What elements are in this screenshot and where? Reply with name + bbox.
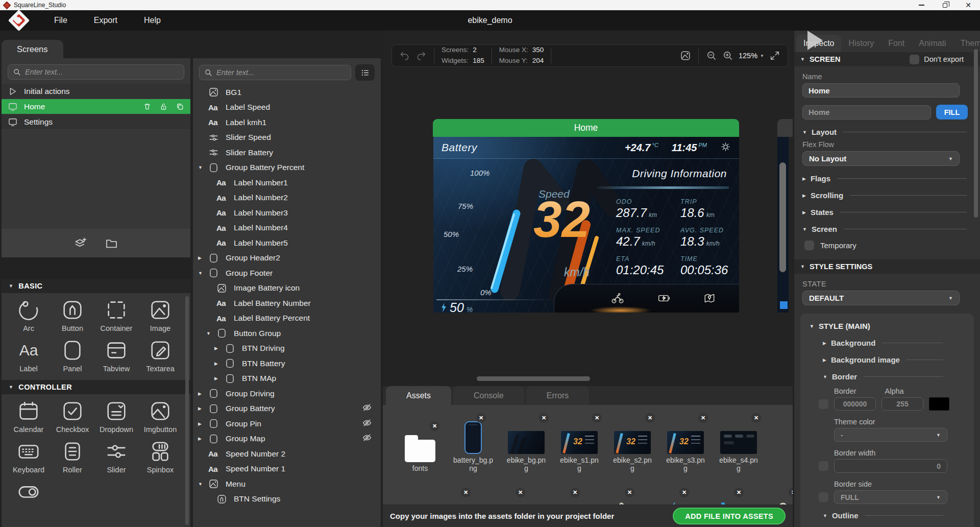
outline-section-header[interactable]: Outline: [823, 511, 943, 520]
map-tab-icon[interactable]: [702, 292, 718, 305]
widget-palette-item[interactable]: Aa: [7, 479, 51, 506]
fill-name-input[interactable]: Home: [802, 105, 931, 119]
flex-flow-dropdown[interactable]: No Layout: [802, 151, 960, 166]
hierarchy-search-input[interactable]: [216, 68, 346, 77]
screen-name-input[interactable]: Home: [802, 83, 960, 98]
background-section-header[interactable]: Background: [823, 339, 943, 347]
hierarchy-item[interactable]: Aa Group Battery: [193, 401, 381, 417]
remove-asset-icon[interactable]: [461, 488, 471, 497]
asset-item[interactable]: 32 ebike_s2.png: [611, 418, 653, 472]
hierarchy-item[interactable]: Aa Label Speed: [193, 100, 381, 115]
hierarchy-item[interactable]: Aa Speed Number 2: [193, 446, 381, 462]
duplicate-screen-icon[interactable]: [176, 102, 184, 111]
hierarchy-item[interactable]: Aa Label Number4: [193, 221, 381, 236]
widget-palette-item[interactable]: Aa Label: [7, 338, 51, 373]
widget-palette-item[interactable]: Aa Dropdown: [94, 398, 138, 434]
screen-section-header[interactable]: SCREEN Don't export: [794, 52, 980, 66]
redo-icon[interactable]: [415, 50, 427, 61]
scrolling-section-header[interactable]: Scrolling: [802, 191, 967, 200]
border-section-header[interactable]: Border: [823, 372, 943, 381]
border-color-checkbox[interactable]: [819, 399, 828, 409]
tab-animation[interactable]: Animati: [912, 35, 953, 52]
expand-arrow-icon[interactable]: [198, 271, 208, 276]
widget-palette-item[interactable]: Aa Tabview: [94, 338, 138, 373]
alpha-input[interactable]: 255: [881, 397, 923, 411]
canvas-area[interactable]: Screens:2 Widgets:185 Mouse X:350 Mouse …: [383, 31, 793, 386]
tab-console[interactable]: Console: [453, 386, 524, 405]
screen-group-header[interactable]: Screen: [802, 225, 967, 233]
widget-palette-item[interactable]: Aa Textarea: [138, 338, 182, 373]
hierarchy-item[interactable]: Aa Label Battery Number: [193, 296, 381, 311]
widget-palette-item[interactable]: Aa Checkbox: [51, 398, 94, 434]
battery-tab-icon[interactable]: [657, 292, 672, 305]
screen-tab-settings-partial[interactable]: [777, 119, 793, 137]
hidden-eye-icon[interactable]: [361, 417, 373, 430]
expand-arrow-icon[interactable]: [198, 255, 208, 260]
asset-item[interactable]: 32 ebike_bg.png: [505, 418, 547, 472]
widget-palette-item[interactable]: Aa Keyboard: [7, 439, 51, 474]
expand-arrow-icon[interactable]: [214, 361, 225, 366]
asset-item[interactable]: 32 ebike_s4.png: [718, 418, 760, 472]
remove-asset-icon[interactable]: [734, 488, 744, 497]
fullscreen-icon[interactable]: [769, 50, 780, 61]
tab-assets[interactable]: Assets: [386, 386, 451, 405]
canvas-horizontal-scrollbar[interactable]: [477, 376, 590, 381]
expand-arrow-icon[interactable]: [198, 421, 208, 426]
screens-search[interactable]: [8, 64, 184, 80]
widget-palette-item[interactable]: Aa Slider: [94, 439, 138, 474]
screen-list-item[interactable]: Home: [2, 99, 190, 114]
remove-asset-icon[interactable]: [539, 413, 549, 423]
widget-palette-item[interactable]: Aa Container: [94, 297, 138, 332]
canvas-screen-settings-partial[interactable]: [777, 137, 789, 313]
zoom-in-icon[interactable]: [722, 50, 733, 61]
widget-palette-item[interactable]: Aa Image: [138, 297, 182, 332]
state-dropdown[interactable]: DEFAULT: [802, 291, 960, 305]
hierarchy-item[interactable]: Aa Group Battery Percent: [193, 160, 381, 176]
expand-arrow-icon[interactable]: [206, 331, 216, 336]
hierarchy-item[interactable]: Aa Label kmh1: [193, 115, 381, 130]
asset-item[interactable]: 32 ebike_s3.png: [665, 418, 706, 472]
hierarchy-item[interactable]: Aa Image Battery icon: [193, 281, 381, 296]
remove-asset-icon[interactable]: [430, 421, 439, 431]
widgets-scrollbar[interactable]: [185, 296, 189, 525]
expand-arrow-icon[interactable]: [198, 391, 208, 396]
folder-icon[interactable]: [105, 236, 118, 250]
hierarchy-item[interactable]: Aa BG1: [193, 85, 381, 100]
add-file-into-assets-button[interactable]: ADD FILE INTO ASSETS: [673, 508, 786, 524]
remove-asset-icon[interactable]: [698, 413, 708, 423]
hierarchy-item[interactable]: Aa Group Header2: [193, 251, 381, 266]
minimize-button[interactable]: [910, 0, 933, 10]
theme-color-dropdown[interactable]: -: [834, 428, 947, 442]
background-image-section-header[interactable]: Background image: [823, 355, 943, 364]
undo-icon[interactable]: [399, 50, 410, 61]
screen-tab-home[interactable]: Home: [433, 119, 739, 137]
hidden-eye-icon[interactable]: [361, 432, 373, 445]
close-button[interactable]: ✕: [957, 0, 980, 10]
hierarchy-item[interactable]: Aa BTN Driving: [193, 341, 381, 356]
remove-asset-icon[interactable]: [592, 413, 602, 423]
screen-list-item[interactable]: Settings: [2, 114, 190, 130]
zoom-out-icon[interactable]: [706, 50, 717, 61]
remove-asset-icon[interactable]: [516, 488, 525, 497]
hierarchy-item[interactable]: Aa Group Map: [193, 432, 381, 447]
tab-errors[interactable]: Errors: [526, 386, 590, 405]
expand-arrow-icon[interactable]: [198, 482, 208, 487]
driving-tab-icon[interactable]: [610, 292, 626, 305]
hierarchy-item[interactable]: Aa Group Pin: [193, 416, 381, 432]
fill-button[interactable]: FILL: [936, 105, 968, 119]
menu-item[interactable]: Export: [81, 16, 131, 25]
remove-asset-icon[interactable]: [751, 413, 761, 423]
hierarchy-item[interactable]: Aa Label Number1: [193, 175, 381, 190]
hierarchy-item[interactable]: Aa Menu: [193, 476, 381, 492]
hierarchy-list-view-button[interactable]: [355, 64, 375, 81]
expand-arrow-icon[interactable]: [214, 346, 225, 351]
maximize-button[interactable]: [933, 0, 957, 10]
asset-item[interactable]: 32 ebike_s1.png: [558, 418, 600, 472]
hierarchy-search[interactable]: [199, 65, 351, 80]
hierarchy-item[interactable]: Aa BTN MAp: [193, 371, 381, 387]
widgets-section-controller[interactable]: CONTROLLER: [2, 380, 190, 394]
widget-palette-item[interactable]: Aa Arc: [7, 297, 51, 332]
unlock-icon[interactable]: [159, 102, 168, 111]
widgets-section-basic[interactable]: BASIC: [2, 279, 190, 293]
widget-palette-item[interactable]: Aa Spinbox: [138, 439, 182, 474]
